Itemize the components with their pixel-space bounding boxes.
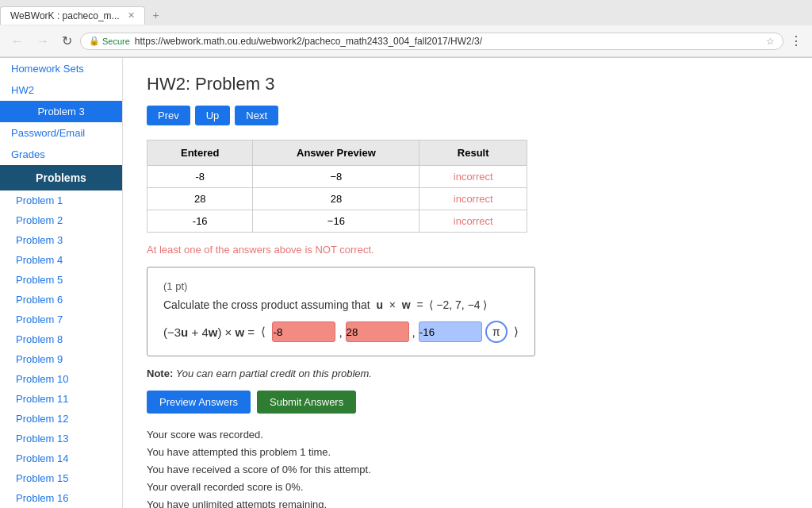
sidebar-item-problem12[interactable]: Problem 12 xyxy=(0,409,122,429)
given-vector: ⟨ −2, 7, −4 ⟩ xyxy=(429,298,487,311)
new-tab-button[interactable]: + xyxy=(148,6,164,24)
entered-2: 28 xyxy=(147,188,253,210)
math-display: (−3u + 4w) × w = ⟨ , , π ⟩ xyxy=(163,321,519,343)
next-button[interactable]: Next xyxy=(235,106,278,125)
prev-button[interactable]: Prev xyxy=(147,106,190,125)
problem-description: Calculate the cross product assuming tha… xyxy=(163,298,519,311)
page-title: HW2: Problem 3 xyxy=(147,74,788,94)
submit-answers-button[interactable]: Submit Answers xyxy=(257,391,356,414)
note-prefix: Note: xyxy=(147,368,173,379)
sidebar-problems-header: Problems xyxy=(0,165,122,190)
sidebar-item-problem6[interactable]: Problem 6 xyxy=(0,290,122,310)
cross-symbol-1: × xyxy=(389,298,396,311)
note-body: You can earn partial credit on this prob… xyxy=(176,368,372,379)
answer-input-2[interactable] xyxy=(346,321,409,342)
table-row: -8 −8 incorrect xyxy=(147,166,527,188)
problem-box: (1 pt) Calculate the cross product assum… xyxy=(147,267,535,356)
lock-icon: 🔒 xyxy=(89,36,100,46)
sidebar-item-problem7[interactable]: Problem 7 xyxy=(0,310,122,329)
reload-button[interactable]: ↻ xyxy=(57,30,77,52)
sidebar-item-problem10[interactable]: Problem 10 xyxy=(0,369,122,389)
sidebar-homework-sets[interactable]: Homework Sets xyxy=(0,58,122,79)
pi-icon: π xyxy=(492,325,500,338)
score-line3: You have received a score of 0% for this… xyxy=(147,461,788,479)
problem-pts: (1 pt) xyxy=(163,280,519,292)
result-1: incorrect xyxy=(419,166,527,188)
up-button[interactable]: Up xyxy=(195,106,231,125)
url-text: https://webwork.math.ou.edu/webwork2/pac… xyxy=(135,36,761,47)
nav-bar: ← → ↻ 🔒 Secure https://webwork.math.ou.e… xyxy=(0,25,812,57)
sidebar-item-problem9[interactable]: Problem 9 xyxy=(0,349,122,369)
action-buttons: Preview Answers Submit Answers xyxy=(147,391,788,414)
score-line2: You have attempted this problem 1 time. xyxy=(147,444,788,461)
page-layout: Homework Sets HW2 Problem 3 Password/Ema… xyxy=(0,58,812,508)
table-row: -16 −16 incorrect xyxy=(147,210,527,233)
pi-button[interactable]: π xyxy=(485,321,508,343)
secure-label: Secure xyxy=(102,37,130,46)
u-vector: u xyxy=(376,298,383,311)
browser-tab[interactable]: WeBWorK : pacheco_m... ✕ xyxy=(0,6,145,25)
sidebar-item-problem3[interactable]: Problem 3 xyxy=(0,230,122,250)
answer-table: Entered Answer Preview Result -8 −8 inco… xyxy=(147,140,527,233)
score-line1: Your score was recorded. xyxy=(147,426,788,444)
preview-answers-button[interactable]: Preview Answers xyxy=(147,391,251,414)
note-text: Note: You can earn partial credit on thi… xyxy=(147,368,788,379)
sidebar: Homework Sets HW2 Problem 3 Password/Ema… xyxy=(0,58,123,508)
answer-input-1[interactable] xyxy=(272,321,335,342)
address-bar[interactable]: 🔒 Secure https://webwork.math.ou.edu/web… xyxy=(80,33,783,50)
sidebar-problem3[interactable]: Problem 3 xyxy=(0,101,122,122)
sidebar-item-problem13[interactable]: Problem 13 xyxy=(0,429,122,448)
tab-title: WeBWorK : pacheco_m... xyxy=(10,10,120,21)
preview-3: −16 xyxy=(253,210,419,233)
entered-3: -16 xyxy=(147,210,253,233)
browser-chrome: WeBWorK : pacheco_m... ✕ + ← → ↻ 🔒 Secur… xyxy=(0,0,812,58)
tab-close-icon[interactable]: ✕ xyxy=(128,10,135,21)
sidebar-item-problem14[interactable]: Problem 14 xyxy=(0,448,122,468)
address-icons: ☆ xyxy=(766,36,775,47)
main-content: HW2: Problem 3 Prev Up Next Entered Answ… xyxy=(123,58,812,508)
score-line5: You have unlimited attempts remaining. xyxy=(147,496,788,508)
col-preview: Answer Preview xyxy=(253,140,419,166)
table-row: 28 28 incorrect xyxy=(147,188,527,210)
forward-button[interactable]: → xyxy=(32,31,54,52)
preview-1: −8 xyxy=(253,166,419,188)
result-2: incorrect xyxy=(419,188,527,210)
sidebar-item-problem15[interactable]: Problem 15 xyxy=(0,468,122,488)
star-icon[interactable]: ☆ xyxy=(766,36,775,47)
preview-2: 28 xyxy=(253,188,419,210)
score-line4: Your overall recorded score is 0%. xyxy=(147,479,788,496)
sidebar-item-problem2[interactable]: Problem 2 xyxy=(0,210,122,230)
nav-buttons: Prev Up Next xyxy=(147,106,788,125)
w-vector: w xyxy=(402,298,411,311)
sidebar-grades[interactable]: Grades xyxy=(0,144,122,165)
sidebar-item-problem1[interactable]: Problem 1 xyxy=(0,190,122,210)
sidebar-item-problem4[interactable]: Problem 4 xyxy=(0,250,122,270)
secure-badge: 🔒 Secure xyxy=(89,36,130,46)
sidebar-item-problem16[interactable]: Problem 16 xyxy=(0,488,122,508)
col-result: Result xyxy=(419,140,527,166)
warning-text: At least one of the answers above is NOT… xyxy=(147,244,788,256)
sidebar-item-problem5[interactable]: Problem 5 xyxy=(0,270,122,290)
tab-bar: WeBWorK : pacheco_m... ✕ + xyxy=(0,0,812,25)
col-entered: Entered xyxy=(147,140,253,166)
sidebar-password-email[interactable]: Password/Email xyxy=(0,122,122,144)
result-3: incorrect xyxy=(419,210,527,233)
score-info: Your score was recorded. You have attemp… xyxy=(147,426,788,508)
answer-input-3[interactable] xyxy=(419,321,482,342)
entered-1: -8 xyxy=(147,166,253,188)
sidebar-hw2[interactable]: HW2 xyxy=(0,79,122,101)
menu-button[interactable]: ⋮ xyxy=(787,30,806,52)
back-button[interactable]: ← xyxy=(6,31,29,52)
sidebar-item-problem11[interactable]: Problem 11 xyxy=(0,389,122,409)
sidebar-item-problem8[interactable]: Problem 8 xyxy=(0,329,122,349)
